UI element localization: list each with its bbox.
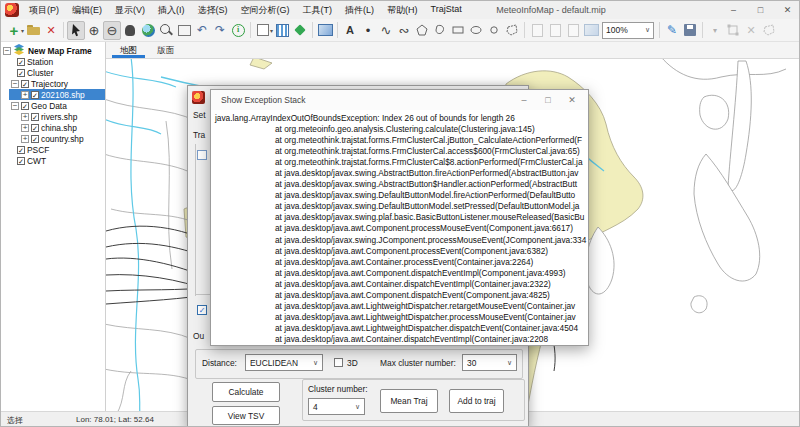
- edit-dropdown-icon[interactable]: [706, 21, 724, 40]
- checkbox-3d[interactable]: [334, 358, 343, 367]
- pan-icon[interactable]: [121, 21, 139, 40]
- tree-item-cwt[interactable]: CWT: [1, 155, 105, 166]
- zoom-combo[interactable]: 100%∨: [602, 22, 654, 39]
- exception-dialog-title: Show Exception Stack: [221, 95, 306, 105]
- stack-line: at org.meteoinfo.geo.analysis.Clustering…: [211, 124, 588, 135]
- menu-insert[interactable]: 插入(I): [158, 4, 185, 17]
- tree-item-pscf[interactable]: PSCF: [1, 144, 105, 155]
- checkbox-checked-icon[interactable]: [31, 113, 39, 121]
- tree-item-202108-shp[interactable]: 202108.shp: [9, 89, 105, 100]
- checkbox-checked-icon[interactable]: [31, 91, 39, 99]
- rectangle-select-icon[interactable]: [175, 21, 193, 40]
- trajectory-file-checkbox[interactable]: [197, 150, 207, 160]
- insert-label-icon[interactable]: [341, 21, 359, 40]
- calculate-button[interactable]: Calculate: [212, 382, 280, 402]
- checkbox-3d-label: 3D: [347, 358, 358, 368]
- attribute-table-icon[interactable]: [273, 21, 291, 40]
- menu-tools[interactable]: 工具(T): [303, 4, 333, 17]
- checkbox-checked-icon[interactable]: [17, 146, 25, 154]
- checkbox-checked-icon[interactable]: [31, 135, 39, 143]
- option-checkbox-checked[interactable]: [197, 305, 207, 315]
- close-button[interactable]: ✕: [774, 1, 800, 19]
- collapse-icon[interactable]: [11, 80, 19, 88]
- expand-icon[interactable]: [21, 113, 29, 121]
- open-file-icon[interactable]: [24, 21, 42, 40]
- checkbox-checked-icon[interactable]: [21, 80, 29, 88]
- insert-ellipse-icon[interactable]: [467, 21, 485, 40]
- save-report-icon[interactable]: [564, 21, 582, 40]
- maximize-button[interactable]: □: [536, 90, 560, 110]
- export-image-icon[interactable]: [582, 21, 600, 40]
- move-vertex-icon[interactable]: [724, 21, 742, 40]
- menu-plugins[interactable]: 插件(L): [345, 4, 374, 17]
- menu-view[interactable]: 显示(V): [115, 4, 145, 17]
- redo-icon[interactable]: [211, 21, 229, 40]
- insert-point-icon[interactable]: [359, 21, 377, 40]
- tree-item-trajectory[interactable]: Trajectory: [1, 78, 105, 89]
- new-report-icon[interactable]: [528, 21, 546, 40]
- edit-pen-icon[interactable]: [663, 21, 681, 40]
- undo-icon[interactable]: [193, 21, 211, 40]
- menu-project[interactable]: 项目(P): [29, 4, 59, 17]
- checkbox-checked-icon[interactable]: [17, 69, 25, 77]
- add-to-traj-button[interactable]: Add to traj: [449, 389, 504, 413]
- exception-dialog-titlebar[interactable]: Show Exception Stack – □ ✕: [211, 90, 588, 110]
- zoom-in-icon[interactable]: [85, 21, 103, 40]
- tree-item-rivers-shp[interactable]: rivers.shp: [1, 111, 105, 122]
- tree-item-station[interactable]: Station: [1, 56, 105, 67]
- menu-edit[interactable]: 编辑(E): [72, 4, 102, 17]
- checkbox-checked-icon[interactable]: [31, 124, 39, 132]
- insert-image-icon[interactable]: [316, 21, 334, 40]
- expand-icon[interactable]: [21, 135, 29, 143]
- menu-help[interactable]: 帮助(H): [387, 4, 418, 17]
- new-layer-icon[interactable]: [5, 21, 23, 40]
- insert-curve-icon[interactable]: [395, 21, 413, 40]
- view-tsv-button[interactable]: View TSV: [212, 406, 280, 425]
- zoom-out-icon[interactable]: [103, 21, 121, 40]
- minimize-button[interactable]: –: [720, 1, 747, 19]
- minimize-button[interactable]: –: [512, 90, 536, 110]
- identify-info-icon[interactable]: [229, 21, 247, 40]
- mean-traj-button[interactable]: Mean Traj: [380, 389, 438, 413]
- menu-selection[interactable]: 选择(S): [198, 4, 228, 17]
- max-cluster-combo[interactable]: 30∨: [462, 354, 517, 371]
- zoom-window-icon[interactable]: [157, 21, 175, 40]
- collapse-icon[interactable]: [3, 47, 11, 55]
- close-button[interactable]: ✕: [560, 90, 584, 110]
- insert-polyline-icon[interactable]: [377, 21, 395, 40]
- select-feature-icon[interactable]: [254, 21, 272, 40]
- save-icon[interactable]: [681, 21, 699, 40]
- checkbox-checked-icon[interactable]: [17, 58, 25, 66]
- checkbox-checked-icon[interactable]: [17, 157, 25, 165]
- tag-icon[interactable]: [291, 21, 309, 40]
- full-extent-globe-icon[interactable]: [139, 21, 157, 40]
- open-report-icon[interactable]: [546, 21, 564, 40]
- expand-icon[interactable]: [21, 124, 29, 132]
- lasso-select-icon[interactable]: [503, 21, 521, 40]
- exception-stack-text[interactable]: java.lang.ArrayIndexOutOfBoundsException…: [211, 110, 588, 345]
- checkbox-checked-icon[interactable]: [21, 102, 29, 110]
- maximize-button[interactable]: □: [747, 1, 774, 19]
- menu-spatial-analysis[interactable]: 空间分析(G): [241, 4, 290, 17]
- insert-pentagon-icon[interactable]: [413, 21, 431, 40]
- polygon-select-icon[interactable]: [760, 21, 778, 40]
- tree-item-country-shp[interactable]: country.shp: [1, 133, 105, 144]
- stack-line: at org.meteothink.trajstat.forms.FrmClus…: [211, 157, 588, 168]
- tab-map[interactable]: 地图: [110, 42, 147, 58]
- zoom-combo-chevron-icon: ∨: [645, 26, 650, 34]
- insert-rectangle-icon[interactable]: [449, 21, 467, 40]
- tree-item-china-shp[interactable]: china.shp: [1, 122, 105, 133]
- tree-item-new-map-frame[interactable]: New Map Frame: [1, 45, 105, 56]
- collapse-icon[interactable]: [11, 102, 19, 110]
- remove-layer-icon[interactable]: [42, 21, 60, 40]
- distance-combo[interactable]: EUCLIDEAN∨: [245, 354, 323, 371]
- tree-item-geo-data[interactable]: Geo Data: [1, 100, 105, 111]
- insert-circle-icon[interactable]: [485, 21, 503, 40]
- cluster-number-combo[interactable]: 4∨: [308, 398, 365, 415]
- insert-polygon-icon[interactable]: [431, 21, 449, 40]
- select-pointer-icon[interactable]: [67, 21, 85, 40]
- expand-icon[interactable]: [21, 91, 29, 99]
- tree-item-cluster[interactable]: Cluster: [1, 67, 105, 78]
- remove-feature-icon[interactable]: [742, 21, 760, 40]
- tab-layout[interactable]: 版面: [147, 42, 184, 58]
